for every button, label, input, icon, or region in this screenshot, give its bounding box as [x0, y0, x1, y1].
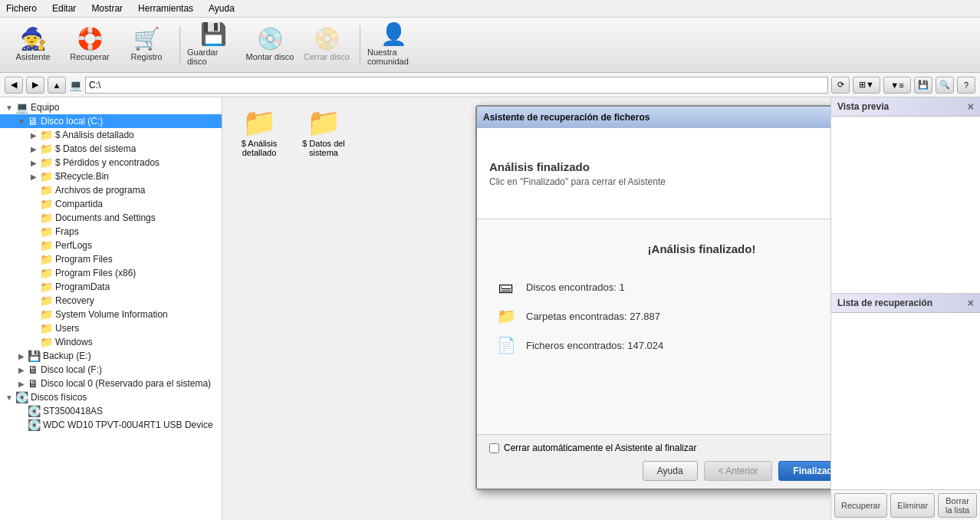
discos-fisicos-icon: 💽 — [15, 391, 28, 403]
montar-disco-button[interactable]: 💿 Montar disco — [243, 22, 297, 68]
datos-icon: 📁 — [40, 143, 53, 155]
recovery-panel-close[interactable]: × — [968, 297, 974, 309]
sidebar-item-programdata[interactable]: 📁 ProgramData — [0, 280, 222, 294]
auto-close-checkbox[interactable] — [489, 443, 499, 453]
sidebar-item-archivos[interactable]: 📁 Archivos de programa — [0, 183, 222, 197]
menubar: Fichero Editar Mostrar Herramientas Ayud… — [0, 0, 980, 18]
sidebar-item-equipo[interactable]: ▼ 💻 Equipo — [0, 100, 222, 114]
right-panels: Vista previa × Lista de recuperación × R… — [830, 97, 980, 520]
ayuda-button[interactable]: Ayuda — [643, 461, 698, 481]
cerrar-disco-label: Cerrar disco — [304, 52, 350, 61]
comunidad-button[interactable]: 👤 Nuestra comunidad — [367, 22, 420, 68]
eliminar-panel-button[interactable]: Eliminar — [890, 493, 935, 518]
fraps-icon: 📁 — [40, 225, 53, 238]
toggle-recycle: ▶ — [28, 173, 40, 181]
dialog-header-text: Análisis finalizado Clic en "Finalizado"… — [489, 160, 666, 187]
menu-mostrar[interactable]: Mostrar — [88, 2, 126, 15]
auto-close-checkbox-row: Cerrar automáticamente el Asistente al f… — [489, 443, 830, 453]
menu-herramientas[interactable]: Herramientas — [135, 2, 196, 15]
stat-carpetas-text: Carpetas encontradas: 27.887 — [526, 311, 660, 322]
forward-button[interactable]: ▶ — [26, 77, 44, 94]
st3500-icon: 💽 — [28, 405, 41, 417]
menu-ayuda[interactable]: Ayuda — [206, 2, 238, 15]
perflogs-label: PerfLogs — [55, 240, 92, 251]
sidebar-item-disco-c[interactable]: ▼ 🖥 Disco local (C:) — [0, 114, 222, 128]
users-label: Users — [55, 323, 79, 334]
sidebar-item-disco-0[interactable]: ▶ 🖥 Disco local 0 (Reservado para el sis… — [0, 377, 222, 390]
disco-f-icon: 🖥 — [28, 364, 38, 376]
dialog-title: Asistente de recuperación de ficheros — [483, 112, 649, 123]
perdidos-icon: 📁 — [40, 156, 53, 169]
sidebar-item-datos[interactable]: ▶ 📁 $ Datos del sistema — [0, 142, 222, 156]
asistente-icon: 🧙 — [20, 28, 47, 50]
system-volume-label: System Volume Information — [55, 309, 168, 320]
st3500-label: ST3500418AS — [43, 406, 103, 416]
analisis-icon: 📁 — [40, 129, 53, 141]
programfiles-label: Program Files — [55, 254, 113, 265]
borrar-lista-button[interactable]: Borrar la lista — [938, 493, 977, 518]
sidebar-item-wdc[interactable]: 💽 WDC WD10 TPVT-00U4RT1 USB Device — [0, 418, 222, 432]
stat-carpetas-icon: 📁 — [495, 307, 517, 325]
sidebar-item-recovery[interactable]: 📁 Recovery — [0, 294, 222, 308]
back-button[interactable]: ◀ — [5, 77, 23, 94]
toggle-disco-0: ▶ — [15, 380, 28, 388]
filter-button[interactable]: ▼≡ — [883, 77, 911, 94]
stat-discos-text: Discos encontrados: 1 — [526, 281, 625, 293]
sidebar: ▼ 💻 Equipo ▼ 🖥 Disco local (C:) ▶ 📁 $ An… — [0, 97, 222, 520]
sidebar-item-users[interactable]: 📁 Users — [0, 321, 222, 335]
archivos-icon: 📁 — [40, 184, 53, 196]
stat-row-discos: 🖴 Discos encontrados: 1 — [495, 278, 830, 296]
documents-label: Documents and Settings — [55, 212, 156, 223]
equipo-label: Equipo — [31, 102, 59, 113]
registro-button[interactable]: 🛒 Registro — [120, 22, 173, 68]
address-input[interactable] — [85, 77, 828, 94]
menu-editar[interactable]: Editar — [49, 2, 79, 15]
preview-panel-close[interactable]: × — [968, 100, 974, 113]
system-volume-icon: 📁 — [40, 308, 53, 321]
sidebar-item-compartida[interactable]: 📁 Compartida — [0, 197, 222, 211]
sidebar-item-system-volume[interactable]: 📁 System Volume Information — [0, 308, 222, 321]
sidebar-item-fraps[interactable]: 📁 Fraps — [0, 225, 222, 239]
cerrar-disco-button[interactable]: 📀 Cerrar disco — [300, 22, 354, 68]
search-button[interactable]: 🔍 — [936, 77, 954, 94]
up-button[interactable]: ▲ — [48, 77, 66, 94]
recuperar-icon: 🛟 — [77, 28, 104, 50]
sidebar-item-backup-e[interactable]: ▶ 💾 Backup (E:) — [0, 349, 222, 363]
asistente-button[interactable]: 🧙 Asistente — [6, 22, 60, 68]
save-view-button[interactable]: 💾 — [914, 77, 932, 94]
sidebar-item-disco-f[interactable]: ▶ 🖥 Disco local (F:) — [0, 363, 222, 377]
backup-e-label: Backup (E:) — [43, 351, 91, 361]
recovery-wizard-dialog: Asistente de recuperación de ficheros × … — [475, 105, 830, 490]
sidebar-item-windows[interactable]: 📁 Windows — [0, 335, 222, 349]
recovery-panel-title: Lista de recuperación — [837, 298, 932, 308]
sidebar-item-st3500[interactable]: 💽 ST3500418AS — [0, 404, 222, 418]
sidebar-item-discos-fisicos[interactable]: ▼ 💽 Discos físicos — [0, 390, 222, 404]
sidebar-item-perdidos[interactable]: ▶ 📁 $ Pérdidos y encontrados — [0, 156, 222, 169]
dialog-subtext: Clic en "Finalizado" para cerrar el Asis… — [489, 176, 666, 187]
wdc-label: WDC WD10 TPVT-00U4RT1 USB Device — [43, 420, 213, 430]
toggle-disco-f: ▶ — [15, 366, 28, 374]
sidebar-item-analisis[interactable]: ▶ 📁 $ Análisis detallado — [0, 128, 222, 142]
sidebar-item-programfiles-x86[interactable]: 📁 Program Files (x86) — [0, 266, 222, 280]
recuperar-label: Recuperar — [70, 52, 109, 61]
dialog-overlay: Asistente de recuperación de ficheros × … — [222, 97, 830, 520]
main-area: ▼ 💻 Equipo ▼ 🖥 Disco local (C:) ▶ 📁 $ An… — [0, 97, 980, 520]
recuperar-panel-button[interactable]: Recuperar — [834, 493, 887, 518]
help-button[interactable]: ? — [957, 77, 975, 94]
sidebar-item-perflogs[interactable]: 📁 PerfLogs — [0, 239, 222, 252]
finalizado-button[interactable]: Finalizado — [778, 461, 830, 481]
recuperar-button[interactable]: 🛟 Recuperar — [63, 22, 117, 68]
view-options-button[interactable]: ⊞▼ — [853, 77, 880, 94]
programfiles-x86-icon: 📁 — [40, 267, 53, 279]
refresh-button[interactable]: ⟳ — [831, 77, 850, 94]
toggle-datos: ▶ — [28, 145, 40, 153]
guardar-disco-label: Guardar disco — [187, 48, 239, 66]
sidebar-item-documents[interactable]: 📁 Documents and Settings — [0, 211, 222, 225]
recycle-label: $Recycle.Bin — [55, 171, 109, 182]
sidebar-item-recycle[interactable]: ▶ 📁 $Recycle.Bin — [0, 169, 222, 183]
sidebar-item-programfiles[interactable]: 📁 Program Files — [0, 252, 222, 266]
guardar-disco-button[interactable]: 💾 Guardar disco — [186, 22, 240, 68]
content-area: 📁 $ Análisis detallado 📁 $ Datos del sis… — [222, 97, 830, 520]
recovery-label: Recovery — [55, 295, 94, 306]
menu-fichero[interactable]: Fichero — [3, 2, 40, 15]
